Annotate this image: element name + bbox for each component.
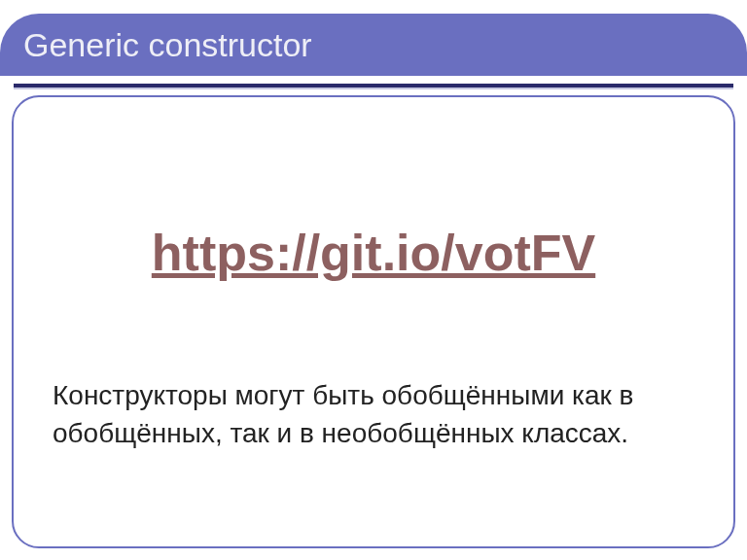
divider-light [14,88,733,89]
slide-title: Generic constructor [23,26,312,64]
content-frame [12,95,735,548]
main-link[interactable]: https://git.io/votFV [0,224,747,282]
title-bar: Generic constructor [0,14,747,76]
body-text: Конструкторы могут быть обобщёнными как … [53,377,700,452]
